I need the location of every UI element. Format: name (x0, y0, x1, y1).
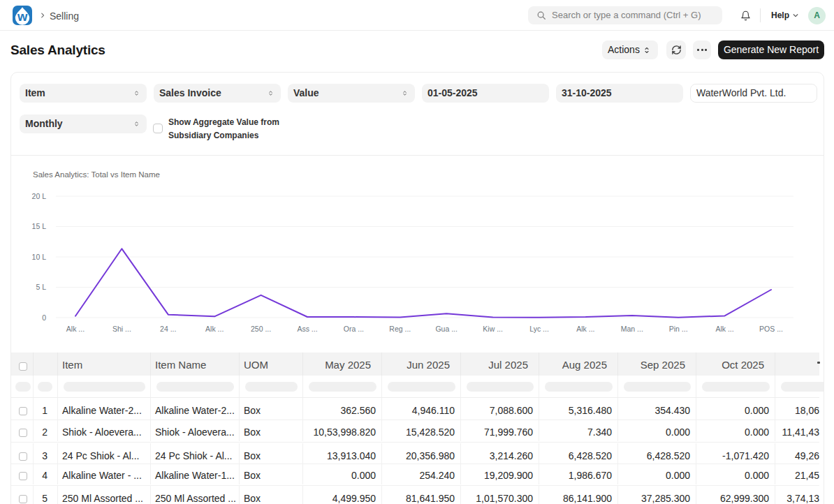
svg-text:Man ...: Man ... (621, 325, 643, 333)
svg-text:5 L: 5 L (36, 283, 46, 291)
svg-text:w: w (17, 9, 28, 24)
svg-text:0: 0 (42, 313, 46, 322)
svg-text:Alk ...: Alk ... (715, 325, 733, 333)
svg-text:Kiw ...: Kiw ... (483, 325, 503, 333)
svg-text:Alk ...: Alk ... (205, 325, 224, 333)
svg-text:Pin ...: Pin ... (669, 325, 688, 333)
svg-text:Alk ...: Alk ... (576, 325, 594, 333)
svg-text:24 ...: 24 ... (160, 325, 176, 333)
svg-text:Lyc ...: Lyc ... (529, 325, 549, 333)
svg-text:Shi ...: Shi ... (112, 325, 131, 333)
svg-text:Ass ...: Ass ... (297, 325, 317, 333)
svg-text:Reg ...: Reg ... (389, 325, 411, 333)
svg-text:10 L: 10 L (32, 253, 47, 261)
svg-text:Ora ...: Ora ... (344, 325, 364, 333)
svg-text:15 L: 15 L (32, 222, 47, 230)
svg-text:250 ...: 250 ... (251, 325, 271, 333)
svg-text:20 L: 20 L (32, 192, 47, 200)
svg-text:Alk ...: Alk ... (66, 325, 85, 333)
svg-text:POS ...: POS ... (759, 325, 783, 333)
svg-text:Gua ...: Gua ... (435, 325, 458, 333)
